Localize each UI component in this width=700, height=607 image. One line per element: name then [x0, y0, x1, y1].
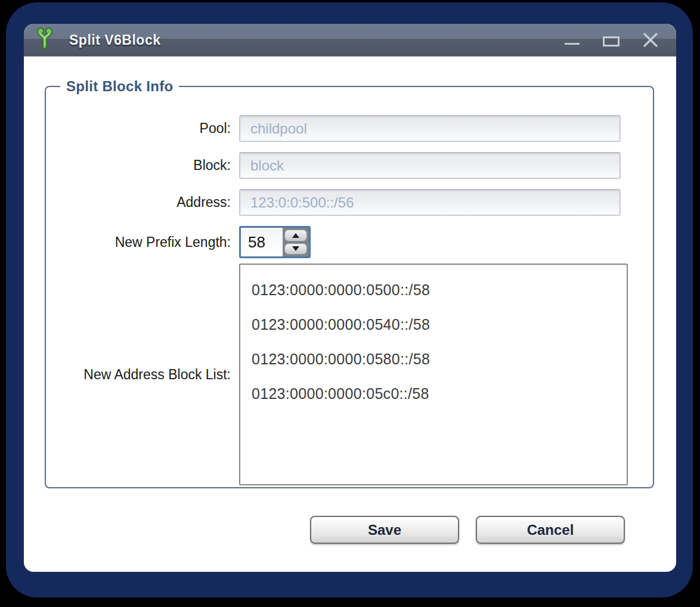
close-icon — [641, 30, 660, 49]
address-block-list-row: New Address Block List: 0123:0000:0000:0… — [46, 264, 628, 485]
close-button[interactable] — [640, 30, 661, 50]
minimize-button[interactable] — [562, 30, 582, 50]
block-input[interactable]: block — [239, 152, 621, 179]
pool-label: Pool: — [46, 120, 239, 137]
arrow-down-icon — [292, 246, 299, 251]
prefix-length-value[interactable]: 58 — [241, 228, 283, 256]
window-title: Split V6Block — [69, 32, 160, 48]
cancel-button[interactable]: Cancel — [476, 516, 625, 544]
split-v6block-dialog: Split V6Block Split Block Info — [24, 24, 676, 572]
button-bar: Save Cancel — [45, 516, 625, 544]
stepper-down-button[interactable] — [284, 243, 307, 255]
arrow-up-icon — [292, 233, 299, 238]
address-row: Address: 123:0:0:500::/56 — [46, 189, 628, 216]
pool-row: Pool: childpool — [46, 115, 628, 142]
save-button[interactable]: Save — [310, 516, 459, 544]
title-bar[interactable]: Split V6Block — [24, 24, 676, 57]
window-controls — [562, 30, 661, 50]
stepper-up-button[interactable] — [284, 230, 307, 241]
block-label: Block: — [46, 157, 239, 174]
new-address-block-list[interactable]: 0123:0000:0000:0500::/58 0123:0000:0000:… — [239, 264, 628, 485]
dialog-frame: Split V6Block Split Block Info — [6, 2, 693, 597]
prefix-length-label: New Prefix Length: — [46, 234, 239, 250]
maximize-icon — [603, 36, 620, 47]
list-item[interactable]: 0123:0000:0000:05c0::/58 — [252, 376, 627, 411]
prefix-length-stepper[interactable]: 58 — [239, 226, 311, 258]
stepper-buttons — [283, 228, 309, 256]
dialog-body: Split Block Info Pool: childpool Block: … — [24, 57, 676, 544]
address-block-list-label: New Address Block List: — [46, 367, 239, 383]
list-item[interactable]: 0123:0000:0000:0500::/58 — [252, 272, 627, 307]
list-item[interactable]: 0123:0000:0000:0540::/58 — [252, 307, 627, 342]
block-row: Block: block — [46, 152, 628, 179]
address-input[interactable]: 123:0:0:500::/56 — [239, 189, 621, 216]
prefix-length-row: New Prefix Length: 58 — [46, 226, 628, 258]
group-title: Split Block Info — [60, 78, 179, 95]
maximize-button[interactable] — [601, 30, 621, 50]
minimize-icon — [565, 43, 580, 45]
pool-input[interactable]: childpool — [239, 115, 621, 142]
list-item[interactable]: 0123:0000:0000:0580::/58 — [252, 342, 627, 376]
split-branch-icon — [33, 27, 56, 49]
address-label: Address: — [46, 194, 239, 210]
split-block-info-group: Split Block Info Pool: childpool Block: … — [45, 78, 654, 488]
